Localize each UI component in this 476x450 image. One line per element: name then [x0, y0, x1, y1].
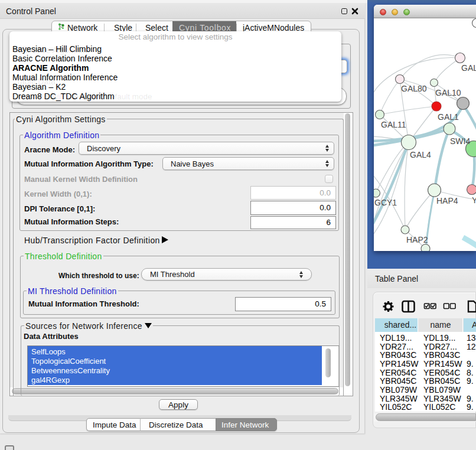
svg-text:GAL10: GAL10 [435, 88, 461, 97]
svg-text:SWI4: SWI4 [450, 136, 470, 146]
svg-text:GCY1: GCY1 [374, 198, 397, 207]
svg-text:HAP2: HAP2 [406, 235, 428, 244]
svg-text:GAL1: GAL1 [438, 112, 459, 122]
svg-text:Y: Y [472, 195, 476, 205]
svg-text:GAL7: GAL7 [461, 63, 476, 73]
svg-text:GAL11: GAL11 [381, 120, 406, 129]
svg-text:HAP4: HAP4 [436, 196, 458, 206]
svg-text:GAL80: GAL80 [401, 84, 427, 93]
svg-text:GAL4: GAL4 [410, 150, 431, 159]
